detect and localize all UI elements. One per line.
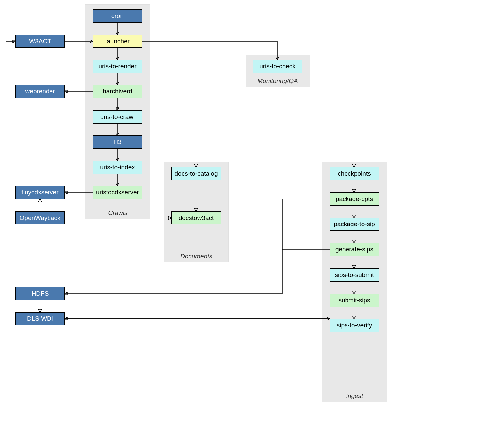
node-webrender: webrender — [15, 85, 65, 98]
node-package-to-sip: package-to-sip — [330, 218, 379, 231]
node-docs-to-catalog: docs-to-catalog — [171, 167, 221, 180]
node-docstow3act: docstow3act — [171, 211, 221, 224]
node-uris-to-check: uris-to-check — [253, 60, 302, 73]
node-dlswdi: DLS WDI — [15, 312, 65, 325]
node-cron: cron — [93, 9, 142, 23]
cluster-monitoring-label: Monitoring/QA — [246, 77, 310, 85]
diagram-canvas: Crawls Monitoring/QA Documents Ingest W3… — [0, 0, 496, 448]
cluster-ingest-label: Ingest — [322, 392, 387, 400]
node-hdfs: HDFS — [15, 287, 65, 300]
node-sips-to-verify: sips-to-verify — [330, 319, 379, 332]
node-sips-to-submit: sips-to-submit — [330, 268, 379, 282]
node-launcher: launcher — [93, 35, 142, 48]
cluster-documents-label: Documents — [164, 253, 228, 260]
node-tinycdxserver: tinycdxserver — [15, 186, 65, 199]
node-uris-to-render: uris-to-render — [93, 60, 142, 73]
node-submit-sips: submit-sips — [330, 294, 379, 307]
node-h3: H3 — [93, 135, 142, 149]
cluster-crawls-label: Crawls — [85, 209, 150, 217]
node-uristocdxserver: uristocdxserver — [93, 186, 142, 199]
node-w3act: W3ACT — [15, 35, 65, 48]
node-uris-to-crawl: uris-to-crawl — [93, 110, 142, 124]
node-package-cpts: package-cpts — [330, 192, 379, 206]
node-generate-sips: generate-sips — [330, 243, 379, 256]
node-openwayback: OpenWayback — [15, 211, 65, 224]
node-uris-to-index: uris-to-index — [93, 161, 142, 174]
node-checkpoints: checkpoints — [330, 167, 379, 180]
node-harchiverd: harchiverd — [93, 85, 142, 98]
